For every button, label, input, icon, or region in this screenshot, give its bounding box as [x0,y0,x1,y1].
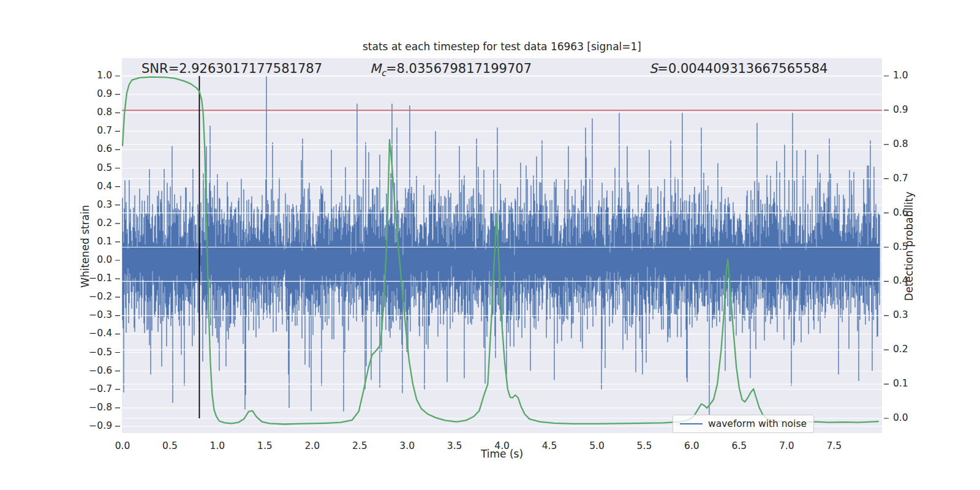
y-left-tick-label: 0.2 [84,217,112,228]
x-tick-label: 2.5 [346,440,373,451]
annotation-mc-subscript: c [381,68,386,78]
annotation-s: S=0.004409313667565584 [649,61,827,76]
y-right-tick-label: 0.3 [893,309,908,320]
x-tick-label: 7.0 [773,440,800,451]
y-left-tick-label: 0.3 [84,199,112,210]
y-left-tick-label: −0.9 [84,420,112,431]
x-tick-label: 1.0 [204,440,231,451]
y-left-tick-label: −0.4 [84,328,112,339]
legend-label: waveform with noise [708,418,807,429]
y-right-tick-label: 0.4 [893,275,908,286]
y-right-tick-label: 0.9 [893,104,908,115]
annotation-mc-symbol: M [370,61,381,76]
y-right-tick-label: 1.0 [893,70,908,81]
y-left-tick-label: 1.0 [84,70,112,81]
y-right-tick-label: 0.0 [893,412,908,423]
y-left-tick-label: −0.3 [84,309,112,320]
y-left-tick-label: 0.5 [84,162,112,173]
x-tick-label: 4.0 [489,440,516,451]
y-right-tick-label: 0.7 [893,173,908,184]
legend-line-sample [680,423,703,424]
y-left-tick-label: 0.0 [84,254,112,265]
y-right-tick-label: 0.8 [893,138,908,149]
figure-title: stats at each timestep for test data 169… [122,40,882,53]
y-right-tick-label: 0.6 [893,207,908,218]
x-tick-label: 0.5 [156,440,183,451]
y-left-tick-label: −0.8 [84,402,112,413]
y-right-tick-label: 0.1 [893,378,908,389]
y-left-tick-label: −0.5 [84,347,112,358]
annotation-snr: SNR=2.9263017177581787 [141,61,322,76]
y-left-tick-label: 0.9 [84,88,112,99]
x-tick-label: 5.0 [584,440,611,451]
y-left-tick-label: −0.7 [84,383,112,394]
x-tick-label: 3.0 [394,440,421,451]
x-tick-label: 6.0 [678,440,705,451]
y-left-tick-label: 0.7 [84,125,112,136]
y-left-tick-label: −0.1 [84,273,112,284]
y-left-tick-label: −0.2 [84,291,112,302]
x-tick-label: 4.5 [536,440,563,451]
y-left-tick-label: 0.6 [84,143,112,154]
x-tick-label: 6.5 [726,440,753,451]
y-left-tick-label: 0.4 [84,181,112,192]
annotation-mc-value: =8.035679817199707 [386,61,532,76]
y-left-tick-label: −0.6 [84,365,112,376]
y-left-tick-label: 0.8 [84,107,112,118]
x-tick-label: 1.5 [251,440,278,451]
y-right-tick-label: 0.2 [893,344,908,355]
x-tick-label: 0.0 [109,440,136,451]
y-left-tick-label: 0.1 [84,236,112,247]
y-right-tick-label: 0.5 [893,241,908,252]
annotation-s-symbol: S [649,61,657,76]
x-tick-label: 3.5 [441,440,468,451]
matplotlib-figure: stats at each timestep for test data 169… [0,0,980,490]
legend: waveform with noise [673,415,814,433]
annotation-s-value: =0.004409313667565584 [657,61,827,76]
x-tick-label: 2.0 [299,440,326,451]
x-tick-label: 7.5 [821,440,848,451]
annotation-chirp-mass: Mc=8.035679817199707 [370,61,532,78]
x-tick-label: 5.5 [631,440,658,451]
